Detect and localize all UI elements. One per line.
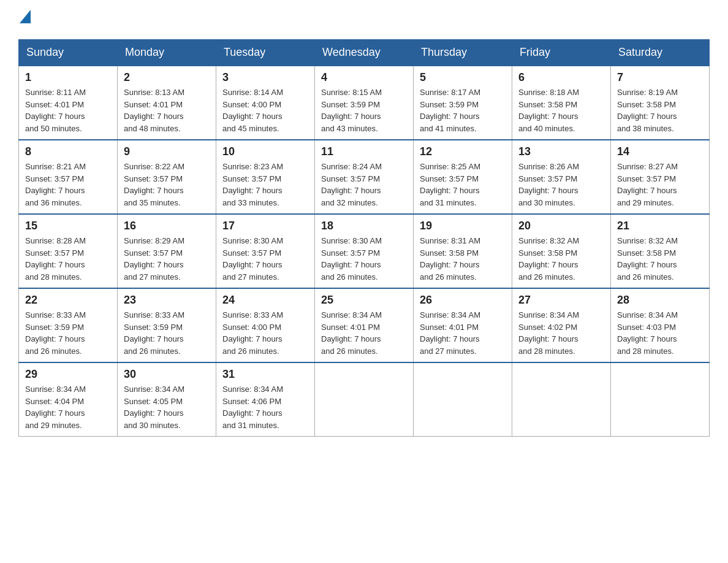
- calendar-cell: 11Sunrise: 8:24 AMSunset: 3:57 PMDayligh…: [315, 140, 414, 214]
- day-number: 9: [124, 145, 210, 158]
- calendar-cell: 10Sunrise: 8:23 AMSunset: 3:57 PMDayligh…: [216, 140, 315, 214]
- calendar-cell: 12Sunrise: 8:25 AMSunset: 3:57 PMDayligh…: [414, 140, 512, 214]
- day-info: Sunrise: 8:21 AMSunset: 3:57 PMDaylight:…: [25, 162, 86, 207]
- day-info: Sunrise: 8:27 AMSunset: 3:57 PMDaylight:…: [617, 162, 678, 207]
- day-number: 13: [518, 145, 604, 158]
- logo-triangle-icon: [20, 10, 31, 23]
- day-info: Sunrise: 8:18 AMSunset: 3:58 PMDaylight:…: [518, 88, 579, 133]
- day-header-friday: Friday: [512, 40, 611, 66]
- day-number: 11: [321, 145, 407, 158]
- calendar-cell: 17Sunrise: 8:30 AMSunset: 3:57 PMDayligh…: [216, 214, 315, 288]
- day-info: Sunrise: 8:34 AMSunset: 4:03 PMDaylight:…: [617, 310, 678, 356]
- day-number: 16: [124, 220, 210, 232]
- day-info: Sunrise: 8:34 AMSunset: 4:01 PMDaylight:…: [420, 310, 480, 356]
- day-info: Sunrise: 8:28 AMSunset: 3:57 PMDaylight:…: [25, 236, 86, 282]
- day-header-monday: Monday: [118, 40, 216, 66]
- day-number: 30: [124, 368, 210, 381]
- day-info: Sunrise: 8:23 AMSunset: 3:57 PMDaylight:…: [222, 162, 283, 207]
- day-number: 18: [321, 220, 407, 232]
- week-row-5: 29Sunrise: 8:34 AMSunset: 4:04 PMDayligh…: [19, 362, 710, 437]
- day-info: Sunrise: 8:17 AMSunset: 3:59 PMDaylight:…: [420, 88, 480, 133]
- day-number: 2: [124, 71, 210, 84]
- day-info: Sunrise: 8:34 AMSunset: 4:02 PMDaylight:…: [518, 310, 579, 356]
- calendar-cell: 29Sunrise: 8:34 AMSunset: 4:04 PMDayligh…: [19, 362, 118, 437]
- day-info: Sunrise: 8:19 AMSunset: 3:58 PMDaylight:…: [617, 88, 678, 133]
- day-number: 14: [617, 145, 703, 158]
- calendar-cell: 7Sunrise: 8:19 AMSunset: 3:58 PMDaylight…: [611, 66, 710, 140]
- day-info: Sunrise: 8:31 AMSunset: 3:58 PMDaylight:…: [420, 236, 480, 282]
- logo: [18, 12, 31, 27]
- day-number: 29: [25, 368, 111, 381]
- day-info: Sunrise: 8:33 AMSunset: 4:00 PMDaylight:…: [222, 310, 283, 356]
- week-row-1: 1Sunrise: 8:11 AMSunset: 4:01 PMDaylight…: [19, 66, 710, 140]
- day-info: Sunrise: 8:34 AMSunset: 4:05 PMDaylight:…: [124, 385, 184, 430]
- day-info: Sunrise: 8:29 AMSunset: 3:57 PMDaylight:…: [124, 236, 184, 282]
- day-number: 23: [124, 294, 210, 307]
- day-header-tuesday: Tuesday: [216, 40, 315, 66]
- calendar-cell: [611, 362, 710, 437]
- day-info: Sunrise: 8:25 AMSunset: 3:57 PMDaylight:…: [420, 162, 480, 207]
- calendar-cell: 15Sunrise: 8:28 AMSunset: 3:57 PMDayligh…: [19, 214, 118, 288]
- day-number: 6: [518, 71, 604, 84]
- day-info: Sunrise: 8:34 AMSunset: 4:06 PMDaylight:…: [222, 385, 283, 430]
- day-number: 28: [617, 294, 703, 307]
- calendar-cell: 1Sunrise: 8:11 AMSunset: 4:01 PMDaylight…: [19, 66, 118, 140]
- week-row-3: 15Sunrise: 8:28 AMSunset: 3:57 PMDayligh…: [19, 214, 710, 288]
- calendar-cell: 3Sunrise: 8:14 AMSunset: 4:00 PMDaylight…: [216, 66, 315, 140]
- day-info: Sunrise: 8:15 AMSunset: 3:59 PMDaylight:…: [321, 88, 382, 133]
- calendar-cell: 2Sunrise: 8:13 AMSunset: 4:01 PMDaylight…: [118, 66, 216, 140]
- day-header-thursday: Thursday: [414, 40, 512, 66]
- day-info: Sunrise: 8:33 AMSunset: 3:59 PMDaylight:…: [25, 310, 86, 356]
- calendar-cell: 25Sunrise: 8:34 AMSunset: 4:01 PMDayligh…: [315, 288, 414, 362]
- day-header-sunday: Sunday: [19, 40, 118, 66]
- days-header-row: SundayMondayTuesdayWednesdayThursdayFrid…: [19, 40, 710, 66]
- calendar-cell: 20Sunrise: 8:32 AMSunset: 3:58 PMDayligh…: [512, 214, 611, 288]
- day-number: 26: [420, 294, 506, 307]
- calendar-cell: 31Sunrise: 8:34 AMSunset: 4:06 PMDayligh…: [216, 362, 315, 437]
- day-info: Sunrise: 8:26 AMSunset: 3:57 PMDaylight:…: [518, 162, 579, 207]
- day-info: Sunrise: 8:30 AMSunset: 3:57 PMDaylight:…: [321, 236, 382, 282]
- calendar-cell: 26Sunrise: 8:34 AMSunset: 4:01 PMDayligh…: [414, 288, 512, 362]
- day-info: Sunrise: 8:32 AMSunset: 3:58 PMDaylight:…: [518, 236, 579, 282]
- day-info: Sunrise: 8:11 AMSunset: 4:01 PMDaylight:…: [25, 88, 86, 133]
- day-info: Sunrise: 8:34 AMSunset: 4:04 PMDaylight:…: [25, 385, 86, 430]
- day-info: Sunrise: 8:24 AMSunset: 3:57 PMDaylight:…: [321, 162, 382, 207]
- day-number: 3: [222, 71, 308, 84]
- day-number: 20: [518, 220, 604, 232]
- week-row-2: 8Sunrise: 8:21 AMSunset: 3:57 PMDaylight…: [19, 140, 710, 214]
- calendar-cell: 18Sunrise: 8:30 AMSunset: 3:57 PMDayligh…: [315, 214, 414, 288]
- day-header-saturday: Saturday: [611, 40, 710, 66]
- day-number: 17: [222, 220, 308, 232]
- day-number: 8: [25, 145, 111, 158]
- day-number: 21: [617, 220, 703, 232]
- day-info: Sunrise: 8:33 AMSunset: 3:59 PMDaylight:…: [124, 310, 184, 356]
- calendar-cell: 13Sunrise: 8:26 AMSunset: 3:57 PMDayligh…: [512, 140, 611, 214]
- calendar-cell: 30Sunrise: 8:34 AMSunset: 4:05 PMDayligh…: [118, 362, 216, 437]
- calendar-cell: 23Sunrise: 8:33 AMSunset: 3:59 PMDayligh…: [118, 288, 216, 362]
- day-number: 4: [321, 71, 407, 84]
- day-number: 31: [222, 368, 308, 381]
- day-number: 27: [518, 294, 604, 307]
- calendar-cell: 9Sunrise: 8:22 AMSunset: 3:57 PMDaylight…: [118, 140, 216, 214]
- day-number: 12: [420, 145, 506, 158]
- week-row-4: 22Sunrise: 8:33 AMSunset: 3:59 PMDayligh…: [19, 288, 710, 362]
- calendar-cell: 21Sunrise: 8:32 AMSunset: 3:58 PMDayligh…: [611, 214, 710, 288]
- calendar-cell: 5Sunrise: 8:17 AMSunset: 3:59 PMDaylight…: [414, 66, 512, 140]
- calendar-cell: 22Sunrise: 8:33 AMSunset: 3:59 PMDayligh…: [19, 288, 118, 362]
- calendar-cell: [315, 362, 414, 437]
- calendar-cell: 14Sunrise: 8:27 AMSunset: 3:57 PMDayligh…: [611, 140, 710, 214]
- day-number: 22: [25, 294, 111, 307]
- day-number: 19: [420, 220, 506, 232]
- calendar-cell: 19Sunrise: 8:31 AMSunset: 3:58 PMDayligh…: [414, 214, 512, 288]
- day-info: Sunrise: 8:22 AMSunset: 3:57 PMDaylight:…: [124, 162, 184, 207]
- day-number: 25: [321, 294, 407, 307]
- day-number: 7: [617, 71, 703, 84]
- day-header-wednesday: Wednesday: [315, 40, 414, 66]
- calendar-cell: 8Sunrise: 8:21 AMSunset: 3:57 PMDaylight…: [19, 140, 118, 214]
- calendar-cell: 6Sunrise: 8:18 AMSunset: 3:58 PMDaylight…: [512, 66, 611, 140]
- day-info: Sunrise: 8:30 AMSunset: 3:57 PMDaylight:…: [222, 236, 283, 282]
- calendar-cell: 28Sunrise: 8:34 AMSunset: 4:03 PMDayligh…: [611, 288, 710, 362]
- day-info: Sunrise: 8:34 AMSunset: 4:01 PMDaylight:…: [321, 310, 382, 356]
- day-info: Sunrise: 8:13 AMSunset: 4:01 PMDaylight:…: [124, 88, 184, 133]
- calendar-cell: [512, 362, 611, 437]
